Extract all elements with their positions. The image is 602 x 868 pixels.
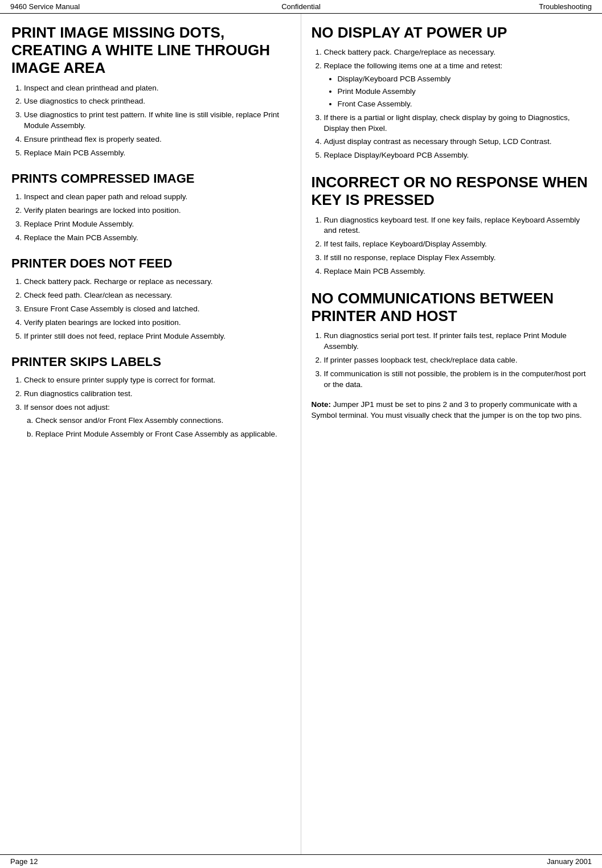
section-printer-no-feed: PRINTER DOES NOT FEED Check battery pack… (11, 256, 290, 342)
list-item: Replace the Main PCB Assembly. (24, 233, 290, 244)
list-item: If communication is still not possible, … (324, 369, 591, 390)
footer-date: January 2001 (547, 857, 592, 866)
list-item: Replace Main PCB Assembly. (24, 148, 290, 159)
section-no-display: NO DISPLAY AT POWER UP Check battery pac… (312, 24, 591, 161)
list-item: Run diagnostics keyboard test. If one ke… (324, 215, 591, 237)
list-print-image-missing: Inspect and clean printhead and platen. … (24, 83, 290, 159)
section-title-print-image-missing: PRINT IMAGE MISSING DOTS, CREATING A WHI… (11, 24, 290, 77)
footer-page-number: Page 12 (10, 857, 38, 866)
bullet-list-items: Display/Keyboard PCB Assembly Print Modu… (338, 74, 591, 110)
list-item: If still no response, replace Display Fl… (324, 253, 591, 264)
list-item: Replace the following items one at a tim… (324, 61, 591, 110)
list-item: Use diagnostics to print test pattern. I… (24, 110, 290, 131)
list-item: If printer still does not feed, replace … (24, 331, 290, 342)
left-column: PRINT IMAGE MISSING DOTS, CREATING A WHI… (0, 14, 301, 854)
list-incorrect-response: Run diagnostics keyboard test. If one ke… (324, 215, 591, 277)
note-text: Jumper JP1 must be set to pins 2 and 3 t… (312, 400, 582, 419)
list-item: Check feed path. Clear/clean as necessar… (24, 290, 290, 301)
section-title-no-display: NO DISPLAY AT POWER UP (312, 24, 591, 42)
list-item: Inspect and clean printhead and platen. (24, 83, 290, 94)
header-section: Troubleshooting (398, 2, 592, 11)
list-item: Run diagnostics serial port test. If pri… (324, 331, 591, 352)
section-printer-skips-labels: PRINTER SKIPS LABELS Check to ensure pri… (11, 355, 290, 440)
right-column: NO DISPLAY AT POWER UP Check battery pac… (301, 14, 603, 854)
list-item: If sensor does not adjust: Check sensor … (24, 402, 290, 440)
section-title-printer-skips-labels: PRINTER SKIPS LABELS (11, 355, 290, 369)
list-item: If printer passes loopback test, check/r… (324, 355, 591, 366)
page-header: 9460 Service Manual Confidential Trouble… (0, 0, 602, 14)
header-confidential: Confidential (204, 2, 398, 11)
section-prints-compressed: PRINTS COMPRESSED IMAGE Inspect and clea… (11, 171, 290, 244)
list-item: Inspect and clean paper path and reload … (24, 192, 290, 203)
section-print-image-missing: PRINT IMAGE MISSING DOTS, CREATING A WHI… (11, 24, 290, 159)
list-item: Check to ensure printer supply type is c… (24, 375, 290, 386)
list-no-communications: Run diagnostics serial port test. If pri… (324, 331, 591, 390)
note-block: Note: Jumper JP1 must be set to pins 2 a… (312, 400, 591, 421)
list-printer-no-feed: Check battery pack. Recharge or replace … (24, 277, 290, 342)
list-item: Verify platen bearings are locked into p… (24, 318, 290, 328)
section-title-no-communications: NO COMMUNICATIONS BETWEEN PRINTER AND HO… (312, 290, 591, 325)
list-item: If test fails, replace Keyboard/Display … (324, 239, 591, 250)
list-item: Ensure Front Case Assembly is closed and… (24, 304, 290, 315)
section-title-printer-no-feed: PRINTER DOES NOT FEED (11, 256, 290, 271)
section-title-prints-compressed: PRINTS COMPRESSED IMAGE (11, 171, 290, 186)
list-item: Front Case Assembly. (338, 99, 591, 110)
list-item: Replace Print Module Assembly. (24, 219, 290, 230)
list-item: Check battery pack. Recharge or replace … (24, 277, 290, 287)
list-item: Print Module Assembly (338, 87, 591, 97)
list-item: Replace Print Module Assembly or Front C… (35, 429, 290, 440)
note-label: Note: (312, 400, 331, 409)
sub-list: Check sensor and/or Front Flex Assembly … (35, 416, 290, 440)
list-item: Display/Keyboard PCB Assembly (338, 74, 591, 85)
page-footer: Page 12 January 2001 (0, 854, 602, 868)
list-item: Run diagnostics calibration test. (24, 389, 290, 400)
list-item: Verify platen bearings are locked into p… (24, 205, 290, 216)
main-content: PRINT IMAGE MISSING DOTS, CREATING A WHI… (0, 14, 602, 854)
list-printer-skips-labels: Check to ensure printer supply type is c… (24, 375, 290, 439)
list-item: Replace Display/Keyboard PCB Assembly. (324, 150, 591, 161)
list-no-display: Check battery pack. Charge/replace as ne… (324, 47, 591, 161)
list-item: Ensure printhead flex is properly seated… (24, 134, 290, 145)
list-prints-compressed: Inspect and clean paper path and reload … (24, 192, 290, 244)
section-no-communications: NO COMMUNICATIONS BETWEEN PRINTER AND HO… (312, 290, 591, 421)
list-item: Check battery pack. Charge/replace as ne… (324, 47, 591, 58)
list-item: Use diagnostics to check printhead. (24, 96, 290, 107)
list-item: Adjust display contrast as necessary thr… (324, 137, 591, 147)
list-item: Replace Main PCB Assembly. (324, 266, 591, 277)
header-manual-title: 9460 Service Manual (10, 2, 204, 11)
list-item: Check sensor and/or Front Flex Assembly … (35, 416, 290, 426)
list-item: If there is a partial or light display, … (324, 113, 591, 134)
page-wrapper: 9460 Service Manual Confidential Trouble… (0, 0, 602, 868)
section-title-incorrect-response: INCORRECT OR NO RESPONSE WHEN KEY IS PRE… (312, 174, 591, 209)
section-incorrect-response: INCORRECT OR NO RESPONSE WHEN KEY IS PRE… (312, 174, 591, 277)
